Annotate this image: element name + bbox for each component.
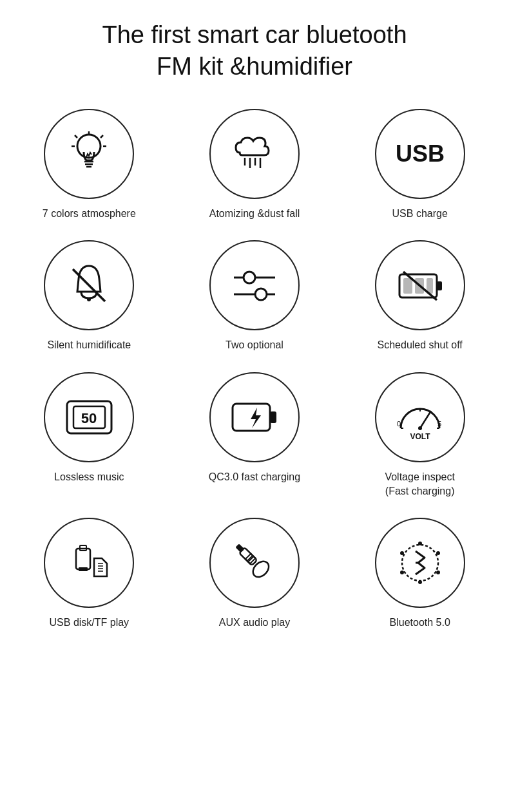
- svg-text:5: 5: [437, 420, 441, 428]
- icon-circle-qc30: [209, 372, 300, 462]
- svg-text:50: 50: [81, 410, 97, 426]
- icon-circle-scheduled: [375, 240, 465, 330]
- svg-line-32: [420, 411, 431, 428]
- svg-text:USB: USB: [396, 140, 445, 167]
- icon-circle-lossless: 50: [44, 372, 134, 462]
- icon-circle-aux: [209, 518, 300, 608]
- svg-marker-31: [251, 408, 261, 428]
- feature-label-scheduled: Scheduled shut off: [378, 338, 463, 352]
- icon-circle-atmosphere: [44, 109, 134, 199]
- svg-line-3: [75, 135, 77, 138]
- features-grid: 7 colors atmosphere Atomizing &dust fall…: [13, 109, 496, 630]
- svg-point-19: [255, 288, 267, 300]
- svg-point-52: [402, 545, 438, 581]
- svg-point-54: [418, 542, 422, 545]
- icon-circle-two-optional: [209, 240, 300, 330]
- svg-rect-42: [79, 567, 88, 571]
- feature-label-atmosphere: 7 colors atmosphere: [43, 207, 136, 221]
- svg-point-14: [87, 297, 91, 301]
- icon-circle-bluetooth: [375, 518, 465, 608]
- feature-bluetooth: Bluetooth 5.0: [343, 518, 496, 630]
- feature-silent: Silent humidificate: [13, 240, 166, 352]
- svg-rect-49: [245, 554, 253, 561]
- feature-label-qc30: QC3.0 fast charging: [209, 470, 300, 484]
- feature-voltage: 0 5 VOLT Voltage inspect (Fast charging): [343, 372, 496, 499]
- svg-rect-23: [403, 278, 412, 294]
- svg-rect-24: [415, 278, 424, 294]
- feature-label-lossless: Lossless music: [54, 470, 124, 484]
- icon-circle-atomizing: [209, 109, 300, 199]
- feature-label-usb-charge: USB charge: [392, 207, 448, 221]
- feature-qc30: QC3.0 fast charging: [178, 372, 331, 499]
- svg-rect-21: [437, 281, 442, 290]
- svg-rect-29: [233, 404, 270, 431]
- feature-label-silent: Silent humidificate: [47, 338, 131, 352]
- feature-label-aux: AUX audio play: [219, 616, 290, 630]
- feature-label-atomizing: Atomizing &dust fall: [209, 207, 300, 221]
- feature-aux: AUX audio play: [178, 518, 331, 630]
- icon-circle-silent: [44, 240, 134, 330]
- icon-circle-voltage: 0 5 VOLT: [375, 372, 465, 462]
- feature-usb-charge: USB USB charge: [343, 109, 496, 221]
- svg-point-58: [400, 571, 404, 574]
- svg-text:0: 0: [397, 420, 401, 428]
- svg-point-17: [244, 272, 255, 283]
- svg-rect-48: [235, 544, 244, 553]
- svg-point-59: [436, 571, 440, 574]
- feature-lossless: 50 Lossless music: [13, 372, 166, 499]
- icon-circle-usb-disk: [44, 518, 134, 608]
- svg-point-57: [436, 551, 440, 555]
- icon-circle-usb-charge: USB: [375, 109, 465, 199]
- svg-point-51: [250, 558, 272, 580]
- svg-rect-40: [76, 549, 90, 569]
- feature-two-optional: Two optional: [178, 240, 331, 352]
- feature-label-bluetooth: Bluetooth 5.0: [390, 616, 450, 630]
- feature-atomizing: Atomizing &dust fall: [178, 109, 331, 221]
- svg-line-2: [101, 135, 103, 138]
- feature-scheduled: Scheduled shut off: [343, 240, 496, 352]
- svg-text:VOLT: VOLT: [410, 432, 430, 441]
- feature-atmosphere: 7 colors atmosphere: [13, 109, 166, 221]
- svg-point-55: [418, 580, 422, 584]
- feature-label-voltage: Voltage inspect (Fast charging): [385, 470, 455, 499]
- page-title: The first smart car bluetooth FM kit &hu…: [102, 19, 407, 83]
- feature-label-two-optional: Two optional: [226, 338, 283, 352]
- svg-rect-25: [427, 278, 433, 294]
- svg-point-33: [418, 426, 422, 430]
- svg-point-56: [400, 551, 404, 555]
- feature-usb-disk: USB disk/TF play: [13, 518, 166, 630]
- feature-label-usb-disk: USB disk/TF play: [50, 616, 130, 630]
- svg-rect-30: [270, 411, 276, 423]
